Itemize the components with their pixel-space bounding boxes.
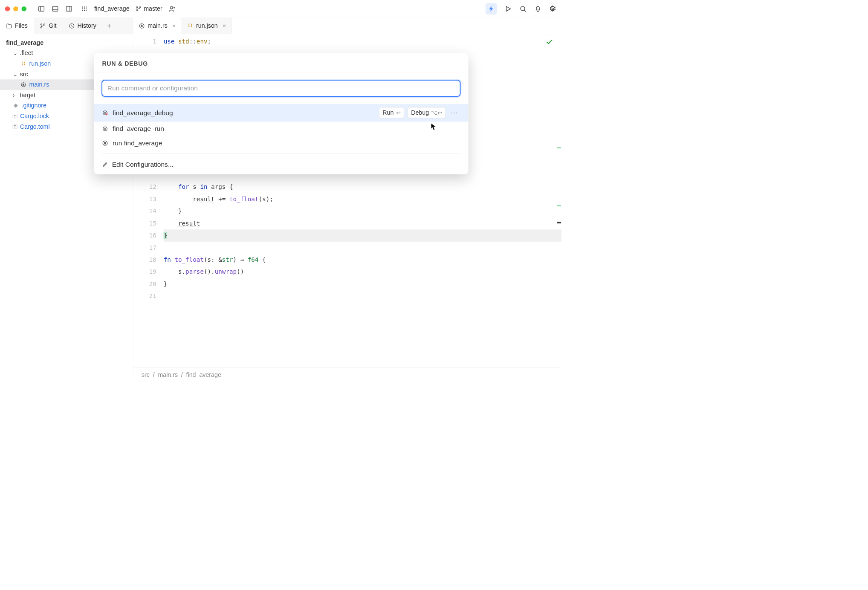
apps-grid-icon[interactable] <box>81 5 88 12</box>
tab-history[interactable]: History <box>63 17 102 34</box>
titlebar: find_average master <box>0 0 561 17</box>
svg-point-11 <box>86 8 87 9</box>
tree-dir-fleet-label: .fleet <box>20 49 33 57</box>
left-panel-tabs: Files Git History <box>0 17 133 34</box>
debug-action-button[interactable]: Debug ⌥↩︎ <box>408 107 446 119</box>
minimize-window-button[interactable] <box>13 6 18 12</box>
svg-point-23 <box>552 8 553 9</box>
svg-point-7 <box>84 6 85 7</box>
panel-left-icon[interactable] <box>38 5 45 12</box>
code-line: result <box>164 217 562 229</box>
svg-point-13 <box>84 10 85 11</box>
tab-git[interactable]: Git <box>34 17 62 34</box>
close-tab-icon[interactable]: ✕ <box>172 23 176 29</box>
svg-rect-2 <box>52 6 58 11</box>
chevron-down-icon: ⌄ <box>13 49 17 57</box>
close-window-button[interactable] <box>5 6 10 12</box>
toml-icon: T <box>13 114 17 118</box>
editor-tab-runjson[interactable]: run.json ✕ <box>182 17 232 34</box>
svg-point-21 <box>521 6 525 11</box>
run-button[interactable] <box>504 5 512 12</box>
ai-assistant-button[interactable] <box>486 3 497 14</box>
config-item-label: find_average_run <box>113 125 164 133</box>
editor-tab-main-label: main.rs <box>148 22 168 29</box>
line-number: 18 <box>133 254 156 266</box>
add-collaborator-icon[interactable] <box>168 5 176 12</box>
branch-name: master <box>144 5 162 12</box>
tab-files[interactable]: Files <box>0 17 34 34</box>
svg-point-36 <box>106 113 107 115</box>
tree-file-cargolock-label: Cargo.lock <box>20 113 49 120</box>
svg-text:R: R <box>104 142 106 145</box>
svg-point-10 <box>84 8 85 9</box>
svg-point-6 <box>82 6 83 7</box>
close-tab-icon[interactable]: ✕ <box>222 23 226 29</box>
config-list: find_average_debug Run ↩︎ Debug ⌥↩︎ ⋯ <box>94 104 469 174</box>
config-item-runfindavg[interactable]: R run find_average <box>94 136 469 150</box>
run-debug-popup: RUN & DEBUG find_average_debug Run ↩︎ De… <box>94 53 469 174</box>
editor-tabs: R main.rs ✕ run.json ✕ <box>133 17 232 34</box>
svg-point-14 <box>86 10 87 11</box>
line-number: 1 <box>133 35 156 47</box>
line-number: 20 <box>133 278 156 290</box>
tree-dir-src-label: src <box>20 71 28 78</box>
debug-action-label: Debug <box>411 109 429 116</box>
tree-file-cargotoml-label: Cargo.toml <box>20 123 50 130</box>
line-number: 16 <box>133 229 156 241</box>
settings-button[interactable] <box>549 5 557 12</box>
pencil-icon <box>102 161 108 167</box>
panel-bottom-icon[interactable] <box>51 5 59 12</box>
breadcrumb-sep: / <box>153 371 155 379</box>
svg-point-12 <box>82 10 83 11</box>
toml-icon: T <box>13 124 17 129</box>
breadcrumb-seg[interactable]: src <box>142 371 150 379</box>
breadcrumb: src / main.rs / find_average <box>133 367 562 382</box>
config-item-debug[interactable]: find_average_debug Run ↩︎ Debug ⌥↩︎ ⋯ <box>94 104 469 121</box>
config-item-label: run find_average <box>113 139 162 147</box>
breadcrumb-seg[interactable]: main.rs <box>158 371 178 379</box>
svg-point-24 <box>41 23 42 25</box>
tree-file-mainrs-label: main.rs <box>29 81 49 88</box>
tree-file-gitignore-label: .gitignore <box>21 102 46 109</box>
minimap-markers <box>557 34 561 367</box>
notifications-button[interactable] <box>534 5 542 12</box>
breadcrumb-sep: / <box>181 371 183 379</box>
project-name[interactable]: find_average <box>94 5 129 12</box>
line-number: 19 <box>133 266 156 278</box>
branch-icon <box>40 23 46 29</box>
search-button[interactable] <box>519 5 527 12</box>
svg-line-22 <box>524 10 526 12</box>
tab-row: Files Git History R main.rs ✕ run.js <box>0 17 561 34</box>
bolt-icon <box>488 6 495 12</box>
svg-point-26 <box>44 23 45 25</box>
popup-title: RUN & DEBUG <box>94 53 469 73</box>
breadcrumb-seg[interactable]: find_average <box>186 371 221 379</box>
svg-rect-4 <box>66 6 72 11</box>
edit-configurations-button[interactable]: Edit Configurations... <box>94 156 469 174</box>
line-number: 15 <box>133 217 156 229</box>
tree-root[interactable]: find_average <box>0 38 133 48</box>
run-action-button[interactable]: Run ↩︎ <box>379 107 404 119</box>
code-line: s.parse().unwrap() <box>164 266 562 278</box>
more-actions-button[interactable]: ⋯ <box>449 109 460 117</box>
line-number: 17 <box>133 242 156 254</box>
branch-selector[interactable]: master <box>136 5 162 12</box>
editor-tab-main[interactable]: R main.rs ✕ <box>133 17 182 34</box>
svg-point-18 <box>171 6 173 9</box>
svg-text:R: R <box>141 24 143 28</box>
svg-point-25 <box>41 27 42 28</box>
add-panel-tab[interactable] <box>102 17 116 34</box>
run-config-search-input[interactable] <box>101 80 460 97</box>
window-traffic-lights <box>5 6 26 12</box>
json-icon <box>20 61 26 67</box>
line-number: 13 <box>133 193 156 205</box>
editor-tab-runjson-label: run.json <box>196 22 218 29</box>
svg-point-38 <box>104 128 106 130</box>
config-item-run[interactable]: find_average_run <box>94 121 469 136</box>
maximize-window-button[interactable] <box>21 6 26 12</box>
code-line <box>164 242 562 254</box>
line-number: 21 <box>133 290 156 302</box>
diff-marker-added <box>557 147 561 148</box>
edit-configurations-label: Edit Configurations... <box>112 161 174 168</box>
panel-right-icon[interactable] <box>65 5 73 12</box>
